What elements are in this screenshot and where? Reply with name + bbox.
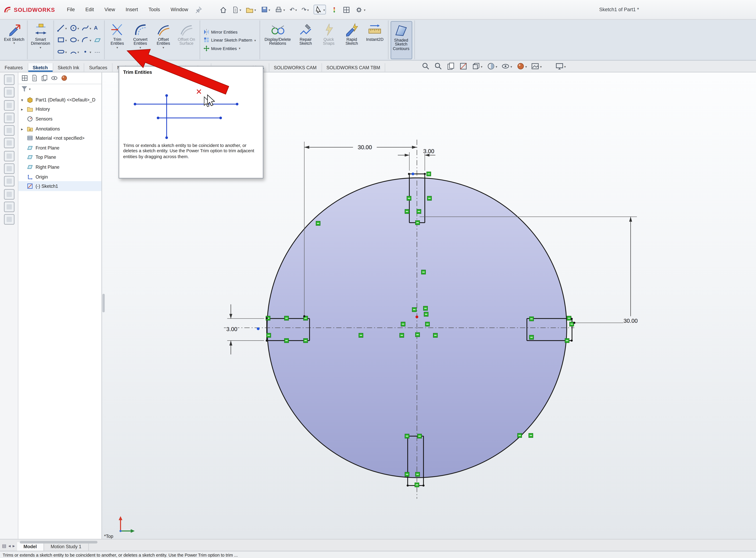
previous-view-icon[interactable]	[447, 62, 455, 71]
sketch-point-black[interactable]	[423, 484, 425, 487]
instant2d-button[interactable]: Instant2D	[364, 21, 386, 59]
offset-entities-caret-icon[interactable]: ▾	[162, 46, 164, 49]
tab-features[interactable]: Features	[0, 63, 28, 72]
point-tool-button[interactable]: ▾	[82, 48, 91, 55]
pin-menu-icon[interactable]	[195, 6, 202, 13]
scroll-tabs-right-icon[interactable]: ▸	[12, 543, 15, 549]
left-toolbar-icon[interactable]	[4, 74, 14, 85]
rectangle-tool-button[interactable]: ▾	[57, 36, 67, 44]
tree-item-top-plane[interactable]: Top Plane	[19, 153, 101, 162]
sketch-point-black[interactable]	[571, 339, 573, 342]
sheet-grid-icon[interactable]: ▤	[2, 543, 6, 549]
menu-insert[interactable]: Insert	[122, 5, 142, 15]
configurationmanager-tab-icon[interactable]	[41, 74, 48, 82]
filter-caret-icon[interactable]: ▾	[29, 88, 31, 90]
convert-entities-button[interactable]: Convert Entities ▾	[129, 21, 151, 59]
smart-dimension-button[interactable]: Smart Dimension ▾	[30, 21, 51, 59]
redo-icon[interactable]: ↷▾	[302, 6, 309, 13]
shaded-sketch-contours-button[interactable]: Shaded Sketch Contours	[390, 21, 412, 59]
tree-item-history[interactable]: ▸ History	[19, 104, 101, 114]
tree-item-sensors[interactable]: Sensors	[19, 114, 101, 124]
horizontal-scrollbar[interactable]	[20, 540, 98, 543]
exit-sketch-caret-icon[interactable]: ▾	[13, 42, 15, 44]
display-delete-relations-button[interactable]: Display/Delete Relations	[262, 21, 294, 59]
sketch-point-blue[interactable]	[411, 173, 414, 175]
convert-entities-caret-icon[interactable]: ▾	[140, 46, 141, 49]
tab-solidworks-cam-tbm[interactable]: SOLIDWORKS CAM TBM	[322, 63, 385, 72]
save-icon[interactable]: ▾	[261, 6, 270, 13]
print-icon[interactable]: ▾	[275, 6, 285, 14]
sketch-point-blue[interactable]	[257, 327, 259, 330]
tab-sketch-ink[interactable]: Sketch Ink	[53, 63, 84, 72]
trim-entities-caret-icon[interactable]: ▾	[117, 46, 118, 49]
left-toolbar-icon[interactable]	[4, 138, 14, 149]
slot-tool-button[interactable]: ▾	[57, 48, 67, 55]
text-tool-button[interactable]: A	[94, 25, 101, 31]
scroll-tabs-left-icon[interactable]: ◂	[8, 543, 10, 549]
mirror-entities-button[interactable]: Mirror Entities	[203, 29, 256, 34]
tab-sketch[interactable]: Sketch	[28, 63, 53, 72]
fillet-tool-button[interactable]: ▾	[82, 36, 91, 44]
zoom-to-area-icon[interactable]	[434, 62, 443, 71]
tree-item-annotations[interactable]: ▸ A Annotations	[19, 124, 101, 133]
left-toolbar-icon[interactable]	[4, 214, 14, 225]
tree-item-part[interactable]: ▾ Part1 (Default) <<Default>_D	[19, 95, 101, 105]
sketch-point-black[interactable]	[408, 173, 410, 175]
sketch-point-black[interactable]	[303, 315, 305, 317]
displaymanager-tab-icon[interactable]	[60, 74, 68, 82]
menu-file[interactable]: File	[63, 5, 79, 15]
select-tool-icon[interactable]: ▾	[313, 5, 326, 15]
rapid-sketch-button[interactable]: Rapid Sketch	[341, 21, 363, 59]
repair-sketch-button[interactable]: Repair Sketch	[295, 21, 317, 59]
hide-show-items-icon[interactable]: ▾	[501, 62, 512, 71]
ellipse-tool-button[interactable]: ▾	[70, 36, 79, 44]
dimension-top-3[interactable]: 3.00	[398, 148, 435, 171]
smart-dimension-caret-icon[interactable]: ▾	[40, 46, 41, 49]
menu-window[interactable]: Window	[167, 5, 192, 15]
featuremanager-tab-icon[interactable]	[21, 74, 28, 82]
offset-entities-button[interactable]: Offset Entities ▾	[153, 21, 174, 59]
apply-scene-icon[interactable]: ▾	[531, 62, 542, 71]
tab-solidworks-cam[interactable]: SOLIDWORKS CAM	[269, 63, 322, 72]
menu-tools[interactable]: Tools	[145, 5, 164, 15]
trim-entities-button[interactable]: Trim Entities ▾	[106, 21, 128, 59]
circle-tool-button[interactable]: ▾	[70, 24, 79, 32]
tree-item-sketch1[interactable]: (-) Sketch1	[19, 181, 101, 191]
home-icon[interactable]	[219, 6, 227, 14]
left-toolbar-icon[interactable]	[4, 87, 14, 98]
sketch-point-black[interactable]	[571, 318, 573, 320]
task-scheduler-icon[interactable]	[331, 6, 338, 14]
move-entities-button[interactable]: Move Entities ▾	[203, 45, 256, 51]
left-toolbar-icon[interactable]	[4, 100, 14, 110]
new-document-icon[interactable]: ▾	[232, 6, 241, 14]
expand-arrow-icon[interactable]: ▾	[21, 97, 25, 102]
zoom-to-fit-icon[interactable]	[422, 62, 430, 71]
sketch-point-red[interactable]	[415, 315, 418, 318]
spline-tool-button[interactable]: ▾	[82, 24, 91, 32]
display-style-icon[interactable]: ▾	[486, 62, 497, 71]
sketch-point-black[interactable]	[266, 317, 268, 319]
linear-pattern-caret-icon[interactable]: ▾	[254, 39, 256, 41]
section-view-icon[interactable]	[459, 62, 468, 71]
tree-item-material[interactable]: Material <not specified>	[19, 133, 101, 143]
line-tool-button[interactable]: ▾	[57, 24, 67, 32]
tab-surfaces[interactable]: Surfaces	[84, 63, 112, 72]
edit-appearance-icon[interactable]: ▾	[516, 62, 527, 71]
expand-arrow-icon[interactable]: ▸	[21, 126, 25, 131]
table-icon[interactable]	[343, 6, 351, 14]
menu-edit[interactable]: Edit	[81, 5, 98, 15]
left-toolbar-icon[interactable]	[4, 176, 14, 187]
tree-item-origin[interactable]: Origin	[19, 172, 101, 181]
dimxpert-tab-icon[interactable]	[51, 74, 58, 82]
left-toolbar-icon[interactable]	[4, 202, 14, 212]
left-toolbar-icon[interactable]	[4, 125, 14, 136]
open-document-icon[interactable]: ▾	[246, 6, 256, 14]
view-orientation-icon[interactable]: ▾	[472, 62, 482, 71]
sketch-point-black[interactable]	[266, 339, 268, 342]
view-settings-icon[interactable]: ▾	[555, 62, 566, 71]
left-toolbar-icon[interactable]	[4, 112, 14, 123]
tree-item-right-plane[interactable]: Right Plane	[19, 162, 101, 172]
linear-sketch-pattern-button[interactable]: Linear Sketch Pattern ▾	[203, 37, 256, 43]
sketch-point-black[interactable]	[424, 173, 426, 175]
propertymanager-tab-icon[interactable]	[31, 74, 38, 82]
